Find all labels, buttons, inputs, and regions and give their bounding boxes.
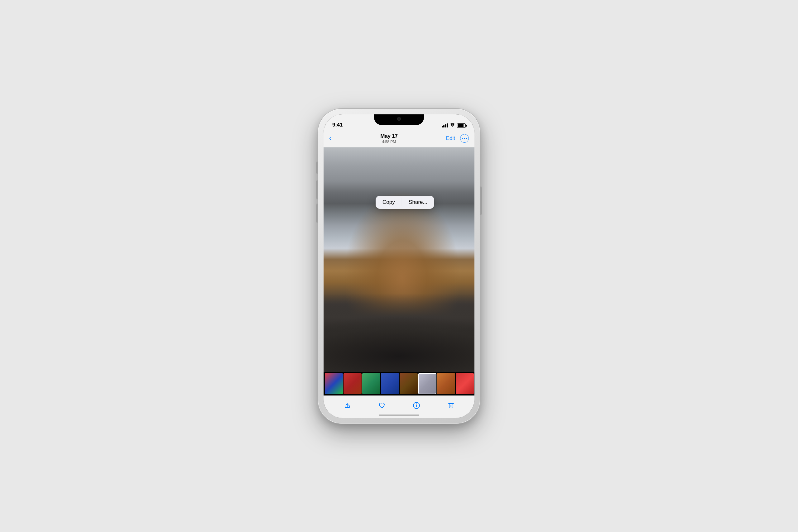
photo-time: 4:58 PM bbox=[332, 140, 446, 144]
phone-device: 9:41 bbox=[318, 109, 480, 423]
back-chevron-icon: ‹ bbox=[329, 134, 331, 142]
filmstrip-thumb-3[interactable] bbox=[362, 373, 380, 394]
phone-screen: 9:41 bbox=[324, 114, 474, 418]
filmstrip-thumb-7[interactable] bbox=[437, 373, 455, 394]
front-camera bbox=[397, 117, 401, 120]
share-menu-item[interactable]: Share... bbox=[402, 196, 434, 209]
share-icon bbox=[343, 401, 351, 410]
wifi-icon bbox=[450, 123, 455, 128]
favorite-button[interactable] bbox=[375, 399, 389, 412]
nav-right-actions: Edit bbox=[446, 134, 469, 143]
filmstrip-thumb-2[interactable] bbox=[343, 373, 362, 394]
home-indicator[interactable] bbox=[379, 415, 419, 416]
copy-menu-item[interactable]: Copy bbox=[376, 196, 402, 209]
context-menu: Copy Share... bbox=[376, 196, 434, 209]
filmstrip-thumb-5[interactable] bbox=[400, 373, 418, 394]
info-button[interactable] bbox=[410, 399, 423, 412]
svg-point-2 bbox=[466, 138, 467, 139]
svg-point-1 bbox=[464, 138, 465, 139]
svg-point-0 bbox=[462, 138, 463, 139]
filmstrip-thumb-6-active[interactable] bbox=[418, 373, 436, 394]
edit-button[interactable]: Edit bbox=[446, 135, 455, 141]
info-icon bbox=[413, 401, 420, 410]
filmstrip bbox=[324, 372, 474, 396]
photo-date: May 17 bbox=[332, 133, 446, 139]
notch bbox=[374, 114, 424, 125]
photo-pebbles bbox=[324, 293, 474, 372]
battery-icon bbox=[457, 124, 466, 128]
photo-view[interactable]: Copy Share... bbox=[324, 147, 474, 372]
delete-button[interactable] bbox=[444, 399, 458, 412]
heart-icon bbox=[378, 401, 386, 410]
more-button[interactable] bbox=[460, 134, 469, 143]
signal-icon bbox=[442, 124, 448, 128]
navigation-bar: ‹ May 17 4:58 PM Edit bbox=[324, 130, 474, 147]
filmstrip-thumb-1[interactable] bbox=[325, 373, 343, 394]
filmstrip-thumb-8[interactable] bbox=[456, 373, 474, 394]
trash-icon bbox=[447, 401, 455, 410]
share-button[interactable] bbox=[340, 399, 354, 412]
status-time: 9:41 bbox=[332, 122, 343, 128]
status-icons bbox=[442, 123, 466, 128]
filmstrip-thumb-4[interactable] bbox=[381, 373, 399, 394]
back-button[interactable]: ‹ bbox=[329, 134, 332, 142]
nav-center: May 17 4:58 PM bbox=[332, 133, 446, 144]
filmstrip-track bbox=[324, 372, 474, 396]
